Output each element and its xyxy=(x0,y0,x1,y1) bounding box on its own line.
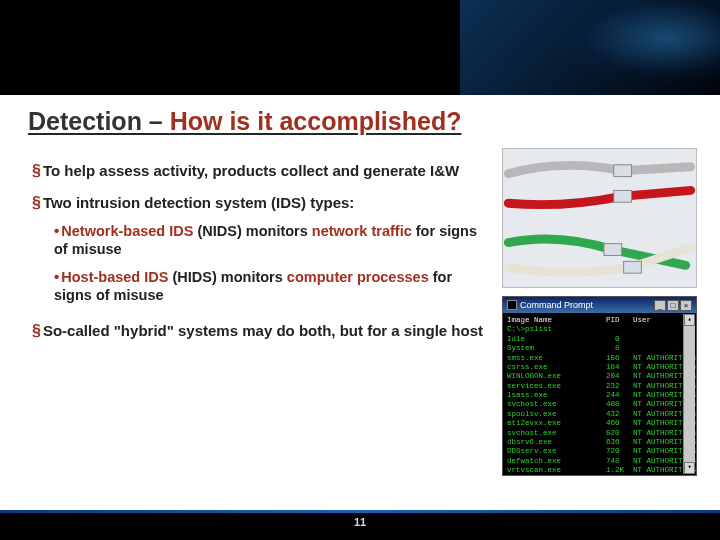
bullet-marker-icon: § xyxy=(32,322,41,339)
top-bar xyxy=(0,0,720,95)
bullet-1: §To help assess activity, products colle… xyxy=(32,162,486,180)
sub-bullet-2: •Host-based IDS (HIDS) monitors computer… xyxy=(54,268,486,304)
sub-bullet-1: •Network-based IDS (NIDS) monitors netwo… xyxy=(54,222,486,258)
scrollbar[interactable]: ▴ ▾ xyxy=(683,314,695,474)
ethernet-cables-image xyxy=(502,148,697,288)
sub1-term: Network-based IDS xyxy=(61,223,193,239)
sub2-term: Host-based IDS xyxy=(61,269,168,285)
diamond-marker-icon: • xyxy=(54,268,59,285)
svg-rect-1 xyxy=(614,165,632,177)
minimize-button[interactable]: _ xyxy=(654,300,666,311)
title-accent: How is it accomplished? xyxy=(170,107,462,135)
sub2-term2: computer processes xyxy=(287,269,429,285)
image-column: Command Prompt _ □ × Image Name PID User… xyxy=(502,148,702,476)
top-bar-pattern xyxy=(460,0,720,95)
window-titlebar: Command Prompt _ □ × xyxy=(503,297,696,313)
bullet-marker-icon: § xyxy=(32,194,41,211)
footer-bar: 11 xyxy=(0,510,720,540)
cmd-icon xyxy=(507,300,517,310)
sub-bullet-2-text: Host-based IDS (HIDS) monitors computer … xyxy=(54,269,452,303)
svg-rect-3 xyxy=(604,244,622,256)
sub1-term2: network traffic xyxy=(312,223,412,239)
close-button[interactable]: × xyxy=(680,300,692,311)
sub1-mid: (NIDS) monitors xyxy=(193,223,311,239)
svg-rect-4 xyxy=(624,261,642,273)
bullet-2: §Two intrusion detection system (IDS) ty… xyxy=(32,194,486,212)
cables-icon xyxy=(503,149,696,287)
maximize-button[interactable]: □ xyxy=(667,300,679,311)
terminal-lines: C:\>pslist Idle 0 System 8 smss.exe 156 … xyxy=(507,325,696,475)
terminal-body: Image Name PID User C:\>pslist Idle 0 Sy… xyxy=(503,313,696,475)
content-area: §To help assess activity, products colle… xyxy=(0,138,720,476)
bullet-1-text: To help assess activity, products collec… xyxy=(43,162,459,179)
sub2-mid: (HIDS) monitors xyxy=(168,269,286,285)
sub-bullet-1-text: Network-based IDS (NIDS) monitors networ… xyxy=(54,223,477,257)
bullet-2-text: Two intrusion detection system (IDS) typ… xyxy=(43,194,354,211)
bullet-3: §So-called "hybrid" systems may do both,… xyxy=(32,322,486,340)
title-plain: Detection – xyxy=(28,107,170,135)
terminal-header: Image Name PID User xyxy=(507,316,651,324)
command-prompt-window: Command Prompt _ □ × Image Name PID User… xyxy=(502,296,697,476)
bullet-marker-icon: § xyxy=(32,162,41,179)
page-number: 11 xyxy=(354,516,366,528)
scroll-down-icon[interactable]: ▾ xyxy=(684,462,695,474)
slide: Detection – How is it accomplished? §To … xyxy=(0,0,720,540)
title-wrap: Detection – How is it accomplished? xyxy=(0,95,720,138)
text-column: §To help assess activity, products colle… xyxy=(32,148,492,476)
slide-title: Detection – How is it accomplished? xyxy=(28,107,692,136)
scroll-up-icon[interactable]: ▴ xyxy=(684,314,695,326)
window-buttons: _ □ × xyxy=(654,300,692,311)
svg-rect-2 xyxy=(614,190,632,202)
bullet-3-text: So-called "hybrid" systems may do both, … xyxy=(43,322,483,339)
window-title: Command Prompt xyxy=(520,300,593,310)
diamond-marker-icon: • xyxy=(54,222,59,239)
